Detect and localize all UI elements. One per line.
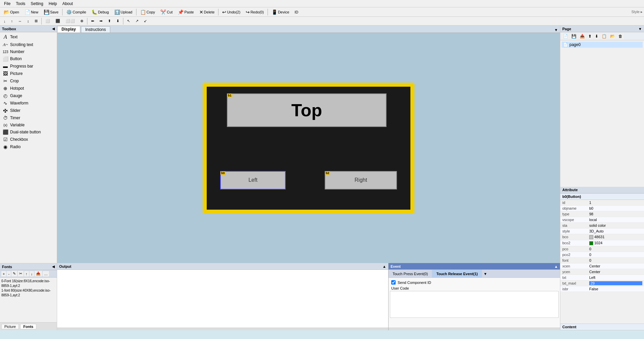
toolbar2-btn4[interactable]: ↕ [25,18,32,24]
device-button[interactable]: 📱Device [269,8,292,16]
output-collapse-icon[interactable]: ▲ [383,264,386,268]
toolbox-timer[interactable]: ⏱ Timer [1,114,56,122]
tab-instructions[interactable]: Instructions [81,26,110,33]
toolbox-crop[interactable]: ✂ Crop [1,77,56,85]
new-button[interactable]: 📄New [22,8,41,16]
copy-button[interactable]: 📋Copy [138,8,158,16]
toolbox-text[interactable]: A Text [1,33,56,41]
toolbox-waveform[interactable]: ∿ Waveform [1,99,56,107]
send-component-id-checkbox[interactable] [391,280,396,285]
toolbox-collapse-icon[interactable]: ◀ [52,27,55,31]
attr-value-objname[interactable]: b0 [587,205,644,211]
toolbox-radio[interactable]: ◉ Radio [1,143,56,151]
fonts-collapse-icon[interactable]: ◀ [52,265,55,268]
user-code-textarea[interactable] [390,291,559,318]
fonts-import-btn[interactable]: 📥 [35,271,42,277]
canvas-dropdown-icon[interactable]: ▼ [552,27,560,33]
menu-file[interactable]: File [1,1,13,7]
toolbox-checkbox[interactable]: ☑ Checkbox [1,136,56,143]
toolbar2-btn14[interactable]: ↖ [125,18,132,24]
page-tree-item-page0[interactable]: 📄 page0 [562,42,643,48]
button-b2[interactable]: b2 Right [325,171,397,189]
toolbox-button[interactable]: ⬜ Button [1,55,56,62]
toolbar2-btn1[interactable]: ↓ [1,18,8,24]
toolbar2-btn13[interactable]: ⬇ [114,18,122,24]
toolbar2-btn8[interactable]: ⬜⬜ [63,18,77,24]
page-up-btn[interactable]: ⬆ [587,33,593,39]
toolbar2-btn3[interactable]: ↔ [16,18,24,24]
button-b0[interactable]: b0 Left [220,171,286,189]
page-import-btn[interactable]: 📥 [578,33,586,39]
fonts-cut-btn[interactable]: ✂ [18,271,24,277]
save-button[interactable]: 💾Save [41,8,61,16]
menu-tools[interactable]: Tools [13,1,28,7]
page-folder-btn[interactable]: 📂 [609,33,616,39]
toolbar2-btn2[interactable]: ↑ [9,18,15,24]
event-scrollbar-h[interactable] [389,328,560,330]
output-scrollbar[interactable] [57,328,388,330]
toolbar2-btn16[interactable]: ↙ [142,18,149,24]
toolbox-number[interactable]: 123 Number [1,48,56,55]
fonts-up-btn[interactable]: ↑ [24,271,29,277]
toolbox-gauge[interactable]: ◴ Gauge [1,92,56,99]
sep1 [62,9,63,15]
page-copy-btn[interactable]: 📋 [600,33,608,39]
event-tab-dropdown[interactable]: ▼ [482,272,560,276]
menu-setting[interactable]: Setting [28,1,46,7]
fonts-delete-btn[interactable]: - [7,271,11,277]
event-collapse-icon[interactable]: ▲ [554,264,558,268]
toolbox-dual-state-button[interactable]: ⬛ Dual-state button [1,128,56,136]
font-item-1[interactable]: 1-font 80(size:40X80,encode:iso-8859-1,a… [1,288,55,298]
toolbar2-btn6[interactable]: ⬜ [43,18,52,24]
page-save-btn[interactable]: 💾 [570,33,578,39]
toolbox-slider[interactable]: ⧾ Slider [1,107,56,114]
event-tab-release[interactable]: Touch Release Event(1) [432,270,482,278]
delete-button[interactable]: ✕Delete [197,8,217,16]
attr-value-txt_maxl[interactable]: 29 [587,280,644,286]
cut-button[interactable]: ✂️Cut [158,8,175,16]
toolbar2-btn15[interactable]: ↗ [133,18,141,24]
attr-value-id[interactable]: 1 [587,200,644,206]
redo-button[interactable]: ↪Redo(0) [243,8,266,16]
toolbox-progress-bar[interactable]: ▬ Progress bar [1,62,56,70]
menu-about[interactable]: About [59,1,75,7]
font-item-0[interactable]: 0-Font 16(size:8X16,encode:iso-8859-1,ay… [1,279,55,288]
toolbox-hotspot[interactable]: ⊕ Hotspot [1,85,56,92]
toolbar2-btn7[interactable]: ⬛ [53,18,63,24]
undo-button[interactable]: ↩Undo(2) [220,8,243,16]
tab-display[interactable]: Display [57,26,80,33]
button-b1[interactable]: b1 Top [227,93,387,127]
page-tree-icon: 📄 [563,42,568,47]
toolbox-scrolling-text[interactable]: A~ Scrolling text [1,41,56,48]
page-add-btn[interactable]: 📄 [562,33,569,39]
attr-key-vscope: vscope [560,217,587,222]
toolbar2-btn12[interactable]: ⬆ [106,18,113,24]
fonts-more-btn[interactable]: … [43,271,49,277]
fonts-add-btn[interactable]: + [1,271,6,277]
toolbar2-btn5[interactable]: ⊞ [32,18,40,24]
menu-help[interactable]: Help [46,1,60,7]
user-code-row: User Code [390,286,559,291]
attr-value-txt: Left [587,274,644,280]
picture-tab[interactable]: Picture [1,324,19,329]
page-panel-dropdown[interactable]: ▼ [638,27,642,31]
attr-value-type: 98 [587,211,644,217]
fonts-down-btn[interactable]: ↓ [30,271,34,277]
paste-button[interactable]: 📌Paste [175,8,196,16]
toolbar2-btn10[interactable]: ⬅ [89,18,96,24]
fonts-edit-btn[interactable]: ✎ [11,271,17,277]
upload-button[interactable]: ⬆️Upload [112,8,135,16]
toolbox-picture[interactable]: 🖼 Picture [1,70,56,77]
open-button[interactable]: 📂Open [1,8,22,16]
fonts-tab[interactable]: Fonts [20,324,36,329]
toolbar2-btn11[interactable]: ➡ [97,18,105,24]
event-tab-bar: Touch Press Event(0) Touch Release Event… [389,270,560,278]
event-tab-press[interactable]: Touch Press Event(0) [389,270,432,278]
id-button[interactable]: ID [292,9,301,15]
toolbox-variable[interactable]: (x) Variable [1,122,56,128]
page-down-btn[interactable]: ⬇ [594,33,600,39]
page-delete-btn[interactable]: 🗑 [617,33,624,39]
toolbar2-btn9[interactable]: ⊕ [78,18,86,24]
debug-button[interactable]: 🐛Debug [89,8,111,16]
compile-button[interactable]: ⚙️Compile [64,8,88,16]
